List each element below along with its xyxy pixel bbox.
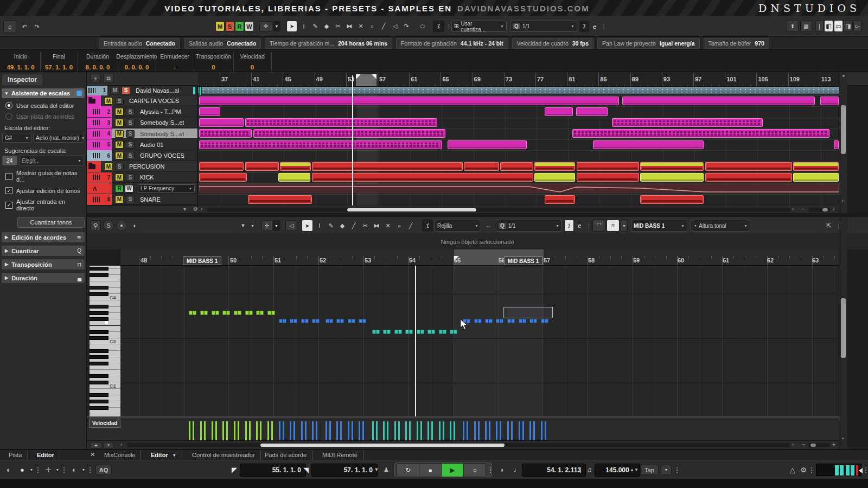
status-item[interactable]: Salidas audioConectado (184, 38, 261, 49)
editor-range-tool[interactable]: I (314, 220, 325, 232)
velocity-bar[interactable] (222, 421, 224, 440)
zone-right-button[interactable]: ◨ (844, 20, 853, 32)
midi-note[interactable] (394, 330, 398, 334)
punch-in-button[interactable]: ▼ (372, 464, 381, 476)
midi-note[interactable] (533, 319, 537, 323)
click-pattern-button[interactable]: ◐ (69, 464, 79, 476)
midi-note[interactable] (279, 319, 283, 323)
clip[interactable] (534, 162, 575, 171)
track-solo-button[interactable]: S (126, 174, 135, 181)
meter-more[interactable]: ⋮ (809, 464, 814, 476)
velocity-bar[interactable] (522, 421, 524, 440)
midi-note[interactable] (431, 330, 435, 334)
info-field-final[interactable]: Final57. 1. 1. 0 (40, 52, 78, 72)
tempo-more[interactable]: ⋮ (675, 464, 679, 476)
editor-autoscroll-button[interactable]: ✛ (261, 220, 272, 231)
midi-note[interactable] (238, 311, 241, 315)
midi-note[interactable] (256, 311, 260, 315)
velocity-bar[interactable] (405, 421, 407, 440)
piano-black-key[interactable] (90, 286, 108, 290)
clip[interactable] (793, 173, 839, 182)
click-pattern-more[interactable]: ⋮ (88, 464, 92, 476)
velocity-bar[interactable] (454, 421, 455, 440)
midi-note[interactable] (427, 330, 431, 334)
zoom-in-icon[interactable]: + (832, 441, 835, 447)
velocity-bar[interactable] (398, 421, 400, 440)
editor-snap-toggle[interactable]: ⁒ (422, 220, 433, 232)
track-row[interactable]: 1MSDavid Navas...al (87, 86, 198, 95)
clip[interactable] (545, 195, 575, 204)
velocity-bar[interactable] (529, 421, 531, 440)
clip[interactable] (640, 195, 704, 204)
midi-note[interactable] (189, 311, 193, 315)
midi-note[interactable] (348, 319, 352, 323)
piano-black-key[interactable] (90, 311, 108, 315)
velocity-bar[interactable] (234, 421, 235, 440)
zone-divider[interactable] (87, 213, 868, 217)
midi-note[interactable] (372, 330, 376, 334)
midi-note[interactable] (474, 319, 478, 323)
clip[interactable] (577, 173, 639, 182)
left-zone-tab-editor[interactable]: Editor (31, 450, 60, 460)
inspector-tab[interactable]: Inspector (1, 74, 43, 85)
midi-note[interactable] (541, 319, 545, 323)
controller-lane-options[interactable]: ▼ (104, 442, 113, 448)
status-item[interactable]: Tamaño de búfer970 (704, 38, 769, 49)
track-solo-button[interactable]: S (126, 108, 135, 115)
clip[interactable] (199, 118, 244, 127)
piano-black-key[interactable] (90, 305, 108, 309)
velocity-bar[interactable] (189, 421, 190, 440)
velocity-bar[interactable] (478, 421, 480, 440)
right-more[interactable]: ⋮ (864, 464, 868, 476)
midi-note[interactable] (340, 319, 344, 323)
track-icon-block[interactable]: 3 (91, 118, 112, 129)
midi-note[interactable] (439, 330, 443, 334)
track-solo-button[interactable]: S (126, 130, 135, 138)
quantize-more-icon[interactable]: ⋮ (601, 23, 607, 29)
velocity-bar[interactable] (545, 421, 546, 440)
status-item[interactable]: Tiempo de grabación m...204 horas 06 min… (265, 38, 392, 49)
record-mode-more[interactable]: ⋮ (36, 464, 40, 476)
mixer-view-button[interactable]: ▦ (800, 20, 812, 32)
velocity-bar[interactable] (500, 421, 501, 440)
editor-zoom-slider[interactable] (808, 443, 830, 447)
clip[interactable] (278, 173, 310, 182)
velocity-bar[interactable] (359, 421, 360, 440)
velocity-bar[interactable] (204, 421, 206, 440)
midi-note[interactable] (301, 319, 305, 323)
redo-button[interactable]: ↷ (31, 20, 43, 33)
velocity-bar[interactable] (463, 421, 464, 440)
right-locator-handle-icon[interactable] (372, 74, 376, 79)
editor-vscroll-thumb[interactable] (841, 298, 846, 358)
track-row[interactable]: 3MSSomebody S...et (87, 118, 198, 129)
record-in-editor-button[interactable]: ● (116, 220, 127, 231)
clip[interactable] (199, 162, 244, 171)
setup-toolbar-button[interactable]: ▻ (853, 20, 861, 32)
track-solo-button[interactable]: S (126, 152, 135, 159)
tap-tempo-button[interactable]: Tap (640, 465, 659, 475)
velocity-bar[interactable] (474, 421, 476, 440)
editor-quantize-dropdown[interactable]: Q 1/1 ▼ (496, 220, 562, 232)
velocity-bar[interactable] (387, 421, 388, 440)
add-track-button[interactable]: + (90, 74, 101, 83)
velocity-bar[interactable] (215, 421, 217, 440)
inspector-section-duración[interactable]: ▶Duración▄ (2, 273, 85, 283)
select-tool[interactable]: ➤ (286, 21, 297, 32)
midi-note[interactable] (463, 319, 467, 323)
right-locator-display[interactable]: 57. 1. 1. 0 (311, 464, 378, 477)
checkbox-row[interactable]: ✓Ajustar edición de tonos (5, 187, 82, 194)
clip[interactable] (545, 107, 573, 116)
velocity-bar[interactable] (267, 421, 269, 440)
info-field-enmudecer[interactable]: Enmudecer- (156, 52, 194, 72)
track-list-collapse-icon[interactable]: ▾ (183, 206, 186, 212)
clip[interactable] (593, 140, 704, 149)
piano-black-key[interactable] (90, 292, 108, 296)
midi-note[interactable] (305, 319, 309, 323)
left-zone-tab-pista[interactable]: Pista (3, 450, 28, 460)
inspector-section-cuantizar[interactable]: ▶CuantizarQ (2, 246, 85, 256)
velocity-bar[interactable] (496, 421, 497, 440)
snap-toggle[interactable]: ⁒ (433, 21, 444, 32)
track-row[interactable]: 7MSKICK (87, 172, 198, 183)
track-icon-block[interactable]: 4 (91, 129, 112, 139)
velocity-bar[interactable] (290, 421, 291, 440)
